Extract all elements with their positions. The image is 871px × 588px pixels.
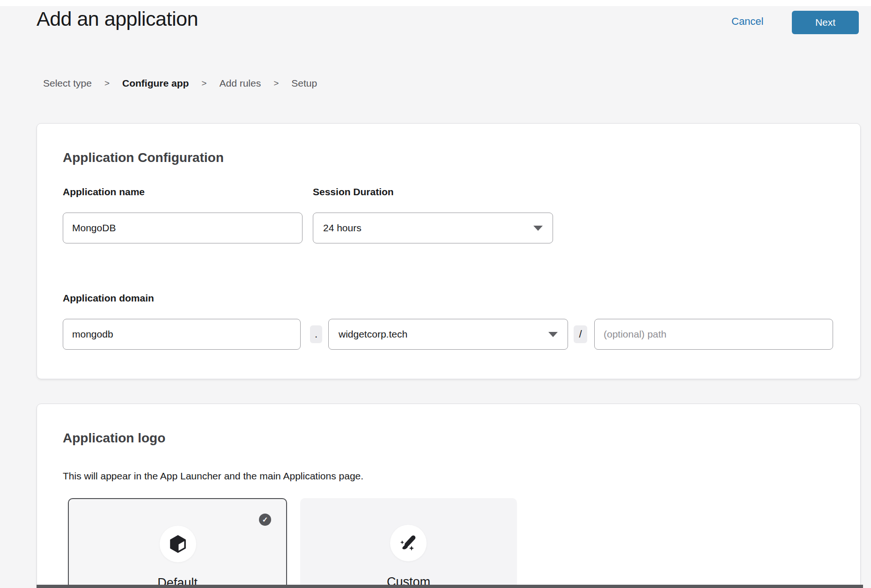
page-title: Add an application [37,7,198,30]
chevron-down-icon [548,332,558,337]
application-logo-card: Application logo This will appear in the… [37,404,861,588]
breadcrumb-step-add-rules[interactable]: Add rules [219,78,261,89]
breadcrumb-separator: > [201,78,207,88]
paintbrush-icon [399,533,418,553]
header-strip [0,0,871,6]
breadcrumb-separator: > [104,78,110,88]
breadcrumb-step-select-type[interactable]: Select type [43,78,92,89]
next-button[interactable]: Next [792,11,859,34]
horizontal-scrollbar[interactable] [37,585,863,588]
path-input[interactable] [594,319,833,350]
session-duration-value: 24 hours [323,222,362,234]
page: Add an application Cancel Next Select ty… [0,0,871,588]
application-name-label: Application name [63,186,145,198]
breadcrumb-step-configure-app[interactable]: Configure app [122,78,189,89]
logo-option-custom[interactable]: Custom [300,498,517,588]
selected-check-icon: ✓ [259,514,271,526]
application-logo-heading: Application logo [63,431,165,446]
domain-select[interactable]: widgetcorp.tech [328,319,568,350]
application-name-input[interactable] [63,213,303,243]
session-duration-label: Session Duration [313,186,394,198]
slash-separator: / [574,325,587,343]
application-configuration-card: Application Configuration Application na… [37,123,861,379]
application-configuration-heading: Application Configuration [63,150,224,165]
domain-value: widgetcorp.tech [339,329,407,340]
application-domain-label: Application domain [63,293,154,304]
breadcrumb-separator: > [273,78,279,88]
chevron-down-icon [533,226,543,231]
custom-logo-circle [390,525,427,561]
default-logo-circle [160,526,196,562]
breadcrumb: Select type > Configure app > Add rules … [43,78,317,89]
breadcrumb-step-setup[interactable]: Setup [291,78,317,89]
subdomain-input[interactable] [63,319,301,350]
logo-option-default[interactable]: ✓ Default [68,498,287,588]
application-logo-description: This will appear in the App Launcher and… [63,470,363,482]
dot-separator: . [310,325,322,343]
cube-icon [168,534,188,554]
session-duration-select[interactable]: 24 hours [313,213,553,243]
cancel-button[interactable]: Cancel [731,15,763,28]
